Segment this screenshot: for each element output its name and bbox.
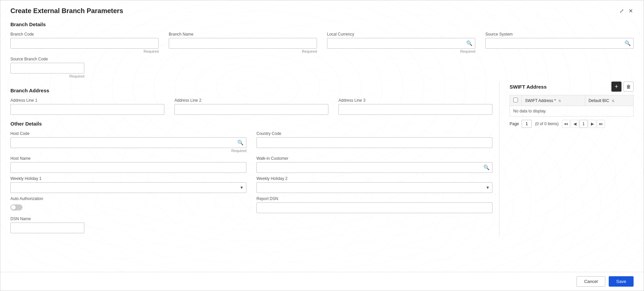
host-code-required: Required: [10, 149, 246, 153]
address-line1-label: Address Line 1: [10, 98, 164, 103]
pagination-last-button[interactable]: ⏭: [597, 120, 605, 128]
host-code-search-button[interactable]: 🔍: [236, 139, 245, 146]
expand-button[interactable]: ⤢: [619, 7, 625, 15]
source-branch-code-label: Source Branch Code: [10, 57, 84, 61]
branch-code-label: Branch Code: [10, 32, 159, 37]
local-currency-label: Local Currency: [327, 32, 475, 37]
branch-name-label: Branch Name: [169, 32, 317, 37]
branch-name-required: Required: [169, 49, 317, 53]
host-name-label: Host Name: [10, 156, 246, 161]
address-line1-field: Address Line 1: [10, 98, 164, 115]
address-line1-input[interactable]: [10, 104, 164, 115]
swift-address-panel: SWIFT Address + 🗑: [499, 82, 634, 237]
swift-table-header-checkbox: [510, 95, 522, 106]
source-system-input[interactable]: [485, 38, 634, 49]
swift-address-sort-icon[interactable]: ⇅: [558, 99, 561, 103]
cancel-button[interactable]: Cancel: [576, 276, 605, 287]
host-name-input[interactable]: [10, 162, 246, 173]
pagination-next-button[interactable]: ▶: [588, 120, 596, 128]
close-button[interactable]: ✕: [628, 7, 634, 15]
page-label: Page: [510, 122, 519, 126]
swift-address-header: SWIFT Address + 🗑: [510, 82, 634, 92]
modal-header: Create External Branch Parameters ⤢ ✕: [10, 7, 634, 15]
expand-icon: ⤢: [619, 8, 624, 14]
weekly-holiday2-select[interactable]: Monday Tuesday Wednesday Thursday Friday…: [256, 182, 492, 193]
dsn-name-field: DSN Name: [10, 216, 84, 233]
pagination-current-page: 1: [579, 120, 588, 128]
address-line2-label: Address Line 2: [174, 98, 328, 103]
left-panel: Branch Address Address Line 1 Address Li…: [10, 82, 492, 237]
other-details-row2: Host Name Walk-in Customer 🔍: [10, 156, 492, 173]
country-code-input[interactable]: [256, 137, 492, 148]
pagination-prev-button[interactable]: ◀: [571, 120, 579, 128]
header-icons: ⤢ ✕: [619, 7, 634, 15]
trash-icon: 🗑: [626, 84, 631, 89]
report-dsn-field: Report DSN: [256, 196, 492, 213]
source-system-field: Source System 🔍: [485, 32, 634, 53]
report-dsn-label: Report DSN: [256, 196, 492, 201]
walk-in-customer-search-button[interactable]: 🔍: [482, 164, 491, 171]
local-currency-required: Required: [327, 49, 475, 53]
local-currency-field: Local Currency 🔍 Required: [327, 32, 475, 53]
address-line2-input[interactable]: [174, 104, 328, 115]
branch-code-input[interactable]: [10, 38, 159, 49]
swift-pagination: Page (0 of 0 items) ⏮ ◀ 1 ▶ ⏭: [510, 120, 634, 128]
swift-table-header-address: SWIFT Address * ⇅: [522, 95, 585, 106]
branch-code-field: Branch Code Required: [10, 32, 159, 53]
swift-no-data-row: No data to display.: [510, 106, 634, 116]
walk-in-customer-input[interactable]: [256, 162, 492, 173]
page-number-input[interactable]: [522, 120, 532, 128]
host-code-input[interactable]: [10, 137, 246, 148]
swift-select-all-checkbox[interactable]: [513, 98, 518, 102]
branch-details-row2: Source Branch Code Required: [10, 57, 634, 78]
pagination-first-button[interactable]: ⏮: [562, 120, 570, 128]
other-details-row3: Weekly Holiday 1 Monday Tuesday Wednesda…: [10, 176, 492, 193]
default-bic-sort-icon[interactable]: ⇅: [612, 99, 614, 103]
country-code-field: Country Code: [256, 131, 492, 153]
other-details-row1: Host Code 🔍 Required Country Code: [10, 131, 492, 153]
weekly-holiday1-field: Weekly Holiday 1 Monday Tuesday Wednesda…: [10, 176, 246, 193]
swift-address-title: SWIFT Address: [510, 84, 547, 90]
swift-actions: + 🗑: [611, 82, 634, 92]
walk-in-customer-label: Walk-in Customer: [256, 156, 492, 161]
main-layout: Branch Address Address Line 1 Address Li…: [10, 82, 634, 237]
country-code-label: Country Code: [256, 131, 492, 136]
swift-no-data-cell: No data to display.: [510, 106, 634, 116]
modal-footer: Cancel Save: [0, 272, 644, 291]
branch-address-row: Address Line 1 Address Line 2 Address Li…: [10, 98, 492, 115]
auto-authorization-toggle[interactable]: [10, 204, 23, 210]
dsn-name-label: DSN Name: [10, 216, 84, 221]
modal-title: Create External Branch Parameters: [10, 7, 123, 15]
source-branch-code-required: Required: [10, 74, 84, 78]
address-line3-field: Address Line 3: [338, 98, 492, 115]
other-details-section: Other Details Host Code 🔍 Required: [10, 121, 492, 233]
weekly-holiday2-label: Weekly Holiday 2: [256, 176, 492, 181]
weekly-holiday1-label: Weekly Holiday 1: [10, 176, 246, 181]
save-button[interactable]: Save: [609, 276, 634, 287]
address-line2-field: Address Line 2: [174, 98, 328, 115]
pagination-info: (0 of 0 items): [535, 122, 559, 126]
other-details-row5: DSN Name: [10, 216, 492, 233]
branch-name-input[interactable]: [169, 38, 317, 49]
branch-details-row1: Branch Code Required Branch Name Require…: [10, 32, 634, 53]
swift-delete-button[interactable]: 🗑: [623, 82, 634, 92]
source-branch-code-input[interactable]: [10, 63, 84, 74]
walk-in-customer-field: Walk-in Customer 🔍: [256, 156, 492, 173]
address-line3-label: Address Line 3: [338, 98, 492, 103]
dsn-name-input[interactable]: [10, 223, 84, 233]
local-currency-search-button[interactable]: 🔍: [465, 40, 474, 47]
branch-details-section: Branch Details Branch Code Required Bran…: [10, 21, 634, 78]
source-system-search-button[interactable]: 🔍: [623, 40, 632, 47]
swift-add-button[interactable]: +: [611, 82, 621, 92]
branch-address-section: Branch Address Address Line 1 Address Li…: [10, 88, 492, 115]
weekly-holiday1-select[interactable]: Monday Tuesday Wednesday Thursday Friday…: [10, 182, 246, 193]
host-code-label: Host Code: [10, 131, 246, 136]
address-line3-input[interactable]: [338, 104, 492, 115]
source-system-label: Source System: [485, 32, 634, 37]
report-dsn-input[interactable]: [256, 202, 492, 213]
branch-details-title: Branch Details: [10, 21, 634, 27]
source-branch-code-field: Source Branch Code Required: [10, 57, 84, 78]
local-currency-input[interactable]: [327, 38, 475, 49]
branch-address-title: Branch Address: [10, 88, 492, 93]
other-details-row4: Auto Authorization Report DSN: [10, 196, 492, 213]
